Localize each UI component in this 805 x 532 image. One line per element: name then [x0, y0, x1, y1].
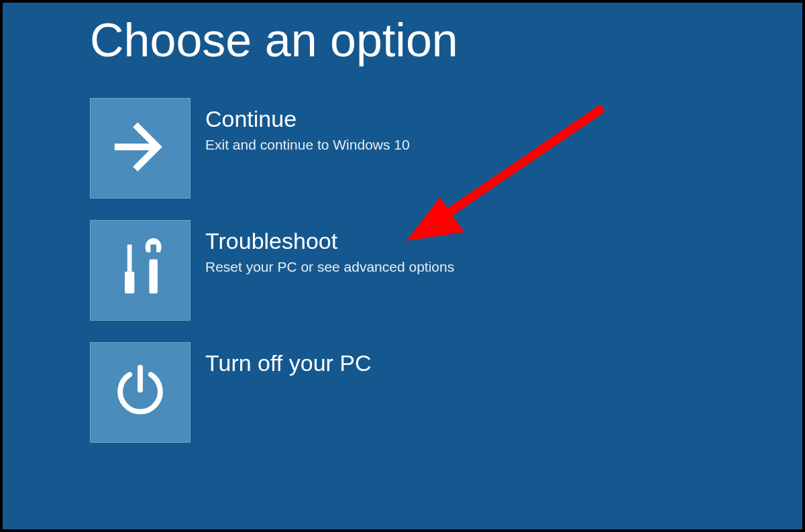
option-title: Turn off your PC [205, 350, 372, 376]
option-troubleshoot[interactable]: Troubleshoot Reset your PC or see advanc… [90, 220, 454, 321]
option-tile [90, 220, 191, 321]
option-title: Continue [205, 106, 410, 132]
option-description: Exit and continue to Windows 10 [205, 136, 410, 154]
option-description: Reset your PC or see advanced options [205, 258, 454, 276]
svg-rect-3 [149, 259, 157, 293]
option-continue[interactable]: Continue Exit and continue to Windows 10 [90, 98, 410, 199]
option-turn-off[interactable]: Turn off your PC [90, 342, 372, 443]
option-text: Turn off your PC [191, 342, 372, 380]
recovery-screen: Choose an option Continue Exit and conti… [3, 3, 802, 529]
page-title: Choose an option [90, 16, 802, 66]
option-title: Troubleshoot [205, 228, 454, 254]
options-list: Continue Exit and continue to Windows 10 [90, 98, 802, 443]
svg-rect-1 [127, 244, 132, 271]
option-tile [90, 342, 191, 443]
arrow-right-icon [109, 116, 171, 180]
option-tile [90, 98, 191, 199]
option-text: Troubleshoot Reset your PC or see advanc… [191, 220, 454, 276]
option-text: Continue Exit and continue to Windows 10 [191, 98, 410, 154]
tools-icon [108, 237, 172, 304]
svg-rect-2 [125, 271, 134, 293]
power-icon [111, 362, 170, 423]
